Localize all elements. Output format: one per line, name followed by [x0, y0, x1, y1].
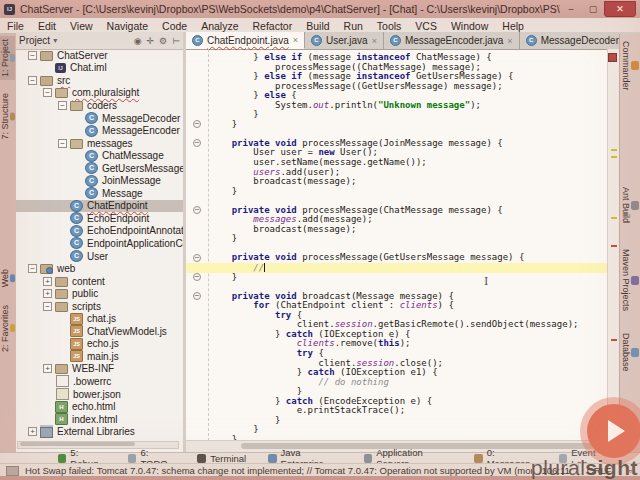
- collapse-icon[interactable]: −: [28, 76, 37, 85]
- menu-edit[interactable]: Edit: [31, 20, 63, 32]
- stripe-mark[interactable]: [611, 156, 617, 158]
- code-line[interactable]: //: [186, 263, 608, 273]
- fold-collapse-icon[interactable]: −: [193, 273, 201, 281]
- fold-collapse-icon[interactable]: −: [193, 254, 201, 262]
- toolwindow-tab-2-favorites[interactable]: 2: Favorites: [0, 302, 15, 355]
- code-line[interactable]: System.out.println("Unknown message");: [210, 101, 608, 111]
- minimize-button[interactable]: –: [560, 2, 582, 16]
- toolwindow-tab-maven-projects[interactable]: Maven Projects: [621, 246, 639, 314]
- stripe-mark[interactable]: [611, 149, 617, 151]
- code-line[interactable]: }: [210, 234, 608, 244]
- menu-code[interactable]: Code: [155, 20, 194, 32]
- code-line[interactable]: }: [210, 425, 608, 435]
- menu-window[interactable]: Window: [444, 20, 495, 32]
- stripe-mark[interactable]: [611, 339, 617, 341]
- tree-item-message[interactable]: CMessage: [16, 187, 183, 200]
- tab-user-java[interactable]: CUser.java×: [305, 32, 384, 49]
- stripe-mark[interactable]: [611, 245, 617, 247]
- tree-item-chat-js[interactable]: JSchat.js: [16, 312, 183, 325]
- tree-item-echo-js[interactable]: JSecho.js: [16, 338, 183, 351]
- tab-messageencoder-java[interactable]: CMessageEncoder.java×: [384, 32, 520, 49]
- expand-icon[interactable]: +: [43, 364, 52, 373]
- tree-item--bowerrc[interactable]: .bowerrc: [16, 375, 183, 388]
- menu-run[interactable]: Run: [337, 20, 370, 32]
- collapse-icon[interactable]: −: [58, 139, 67, 148]
- menu-help[interactable]: Help: [495, 20, 531, 32]
- tree-item-chatserver[interactable]: −ChatServer: [16, 49, 183, 62]
- toolwindow-tab-database[interactable]: Database: [621, 330, 639, 375]
- filter-icon[interactable]: ◉: [134, 36, 142, 46]
- tree-item-echoendpointannotation[interactable]: CEchoEndpointAnnotation: [16, 225, 183, 238]
- code-editor[interactable]: } else if (message instanceof ChatMessag…: [210, 53, 608, 441]
- tree-item-messages[interactable]: −messages: [16, 137, 183, 150]
- scrollbar-thumb[interactable]: [20, 442, 135, 446]
- code-line[interactable]: private void processMessage(GetUsersMess…: [210, 253, 608, 263]
- locate-icon[interactable]: ✛: [147, 36, 155, 46]
- collapse-icon[interactable]: −: [58, 101, 67, 110]
- menu-tools[interactable]: Tools: [370, 20, 409, 32]
- tree-item-chatmessage[interactable]: CChatMessage: [16, 149, 183, 162]
- stripe-mark[interactable]: [611, 217, 617, 219]
- video-play-button[interactable]: [587, 404, 640, 458]
- tree-item-chat-iml[interactable]: IJChat.iml: [16, 62, 183, 75]
- gear-icon[interactable]: ⚙: [159, 36, 167, 46]
- menu-view[interactable]: View: [63, 20, 100, 32]
- menu-navigate[interactable]: Navigate: [100, 20, 155, 32]
- maximize-button[interactable]: ▢: [582, 2, 604, 16]
- fold-collapse-icon[interactable]: −: [193, 139, 201, 147]
- toolwindow-tab-ant-build[interactable]: Ant Build: [621, 184, 639, 226]
- menu-analyze[interactable]: Analyze: [194, 20, 245, 32]
- tree-item-chatendpoint[interactable]: CChatEndpoint: [16, 200, 183, 213]
- code-line[interactable]: }: [210, 273, 608, 283]
- tree-item-com-pluralsight[interactable]: −com.pluralsight: [16, 87, 183, 100]
- collapse-icon[interactable]: −: [28, 264, 37, 273]
- tree-item-src[interactable]: −src: [16, 74, 183, 87]
- menu-file[interactable]: File: [0, 20, 31, 32]
- expand-icon[interactable]: +: [43, 289, 52, 298]
- menu-refactor[interactable]: Refactor: [246, 20, 300, 32]
- toolwindow-tab-7-structure[interactable]: 7: Structure: [0, 90, 15, 143]
- tree-item-user[interactable]: CUser: [16, 250, 183, 263]
- tree-item-index-html[interactable]: Hindex.html: [16, 413, 183, 426]
- tree-item-getusersmessage[interactable]: CGetUsersMessage: [16, 162, 183, 175]
- tree-item-web-inf[interactable]: +WEB-INF: [16, 363, 183, 376]
- collapse-icon[interactable]: −: [28, 51, 37, 60]
- menu-build[interactable]: Build: [299, 20, 336, 32]
- tree-item-bower-json[interactable]: bower.json: [16, 388, 183, 401]
- tree-item-endpointapplicationconfi[interactable]: CEndpointApplicationConfi: [16, 237, 183, 250]
- toolwindow-tab-web[interactable]: Web: [0, 266, 15, 290]
- fold-collapse-icon[interactable]: −: [193, 206, 201, 214]
- toolwindow-tab-commander[interactable]: Commander: [621, 38, 639, 94]
- expand-icon[interactable]: +: [43, 277, 52, 286]
- tree-item-joinmessage[interactable]: CJoinMessage: [16, 174, 183, 187]
- project-view-dropdown[interactable]: Project ▾: [19, 35, 57, 46]
- tree-item-external-libraries[interactable]: +External Libraries: [16, 425, 183, 438]
- tree-item-echo-html[interactable]: Hecho.html: [16, 400, 183, 413]
- tab-close-icon[interactable]: ×: [372, 36, 377, 46]
- hide-panel-icon[interactable]: ⊢: [172, 36, 180, 46]
- code-line[interactable]: }: [210, 416, 608, 426]
- collapse-icon[interactable]: −: [43, 302, 52, 311]
- close-button[interactable]: ✕: [604, 1, 636, 17]
- fold-collapse-icon[interactable]: −: [193, 120, 201, 128]
- tree-item-main-js[interactable]: JSmain.js: [16, 350, 183, 363]
- tree-item-echoendpoint[interactable]: CEchoEndpoint: [16, 212, 183, 225]
- menu-vcs[interactable]: VCS: [408, 20, 444, 32]
- tree-item-web[interactable]: −web: [16, 262, 183, 275]
- tab-close-icon[interactable]: ×: [293, 35, 298, 45]
- fold-collapse-icon[interactable]: −: [193, 292, 201, 300]
- tree-item-public[interactable]: +public: [16, 287, 183, 300]
- tree-item-scripts[interactable]: −scripts: [16, 300, 183, 313]
- tree-item-messageencoder[interactable]: CMessageEncoder: [16, 124, 183, 137]
- tree-item-coders[interactable]: −coders: [16, 99, 183, 112]
- status-message[interactable]: Hot Swap failed: Tomcat 7.0.47: schema c…: [25, 465, 532, 476]
- code-line[interactable]: }: [210, 110, 608, 120]
- code-line[interactable]: }: [210, 120, 608, 130]
- tab-chatendpoint-java[interactable]: CChatEndpoint.java×: [186, 32, 305, 49]
- code-line[interactable]: }: [210, 187, 608, 197]
- tree-item-chatviewmodel-js[interactable]: JSChatViewModel.js: [16, 325, 183, 338]
- code-line[interactable]: broadcast(message);: [210, 177, 608, 187]
- collapse-icon[interactable]: −: [43, 88, 52, 97]
- tab-close-icon[interactable]: ×: [507, 36, 512, 46]
- tree-item-messagedecoder[interactable]: CMessageDecoder: [16, 112, 183, 125]
